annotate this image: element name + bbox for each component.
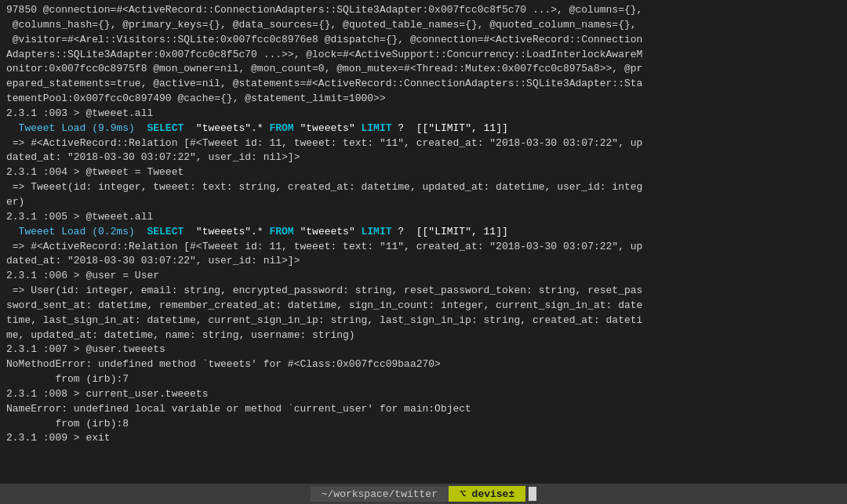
sql-table-2: "tweeets": [294, 226, 362, 237]
line-6: => Tweeet(id: integer, tweeet: text: str…: [6, 180, 841, 210]
line-1: 97850 @connection=#<ActiveRecord::Connec…: [6, 3, 841, 107]
line-12: 2.3.1 :007 > @user.tweeets: [6, 343, 841, 357]
sql-body-2: "tweeets".*: [184, 226, 269, 237]
terminal-output: 97850 @connection=#<ActiveRecord::Connec…: [0, 0, 847, 484]
sql-load-label-2: Tweeet Load (0.2ms): [6, 226, 147, 237]
sql-from: FROM: [269, 122, 293, 134]
line-11: => User(id: integer, email: string, encr…: [6, 284, 841, 343]
line-15: 2.3.1 :008 > current_user.tweeets: [6, 387, 841, 402]
line-3-sql: Tweeet Load (9.9ms) SELECT "tweeets".* F…: [6, 121, 841, 136]
status-bar: ~/workspace/twitter ⌥ devise±: [0, 484, 847, 504]
line-7: 2.3.1 :005 > @tweeet.all: [6, 210, 841, 225]
line-9: => #<ActiveRecord::Relation [#<Tweeet id…: [6, 240, 841, 270]
statusbar-center: ~/workspace/twitter ⌥ devise±: [311, 486, 536, 502]
sql-select: SELECT: [147, 122, 184, 134]
sql-limit: LIMIT: [362, 122, 392, 134]
line-2: 2.3.1 :003 > @tweeet.all: [6, 107, 841, 121]
line-14: from (irb):7: [6, 372, 841, 387]
statusbar-cursor: [529, 487, 536, 501]
line-13: NoMethodError: undefined method `tweeets…: [6, 357, 841, 372]
line-8-sql: Tweeet Load (0.2ms) SELECT "tweeets".* F…: [6, 225, 841, 240]
sql-select-2: SELECT: [147, 226, 184, 237]
sql-limit-2: LIMIT: [362, 226, 392, 237]
line-10: 2.3.1 :006 > @user = User: [6, 269, 841, 284]
statusbar-branch: ⌥ devise±: [449, 486, 525, 502]
line-17: from (irb):8: [6, 417, 841, 432]
sql-load-label: Tweeet Load (9.9ms): [6, 122, 147, 134]
sql-q-2: ? [["LIMIT", 11]]: [392, 226, 508, 237]
terminal-window: 97850 @connection=#<ActiveRecord::Connec…: [0, 0, 847, 504]
line-16: NameError: undefined local variable or m…: [6, 402, 841, 417]
line-18: 2.3.1 :009 > exit: [6, 431, 841, 446]
line-4: => #<ActiveRecord::Relation [#<Tweeet id…: [6, 136, 841, 166]
line-5: 2.3.1 :004 > @tweeet = Tweeet: [6, 165, 841, 180]
statusbar-path: ~/workspace/twitter: [311, 487, 449, 502]
sql-table: "tweeets": [294, 122, 362, 134]
sql-q: ? [["LIMIT", 11]]: [392, 122, 508, 134]
sql-from-2: FROM: [269, 226, 293, 237]
sql-body: "tweeets".*: [184, 122, 269, 134]
